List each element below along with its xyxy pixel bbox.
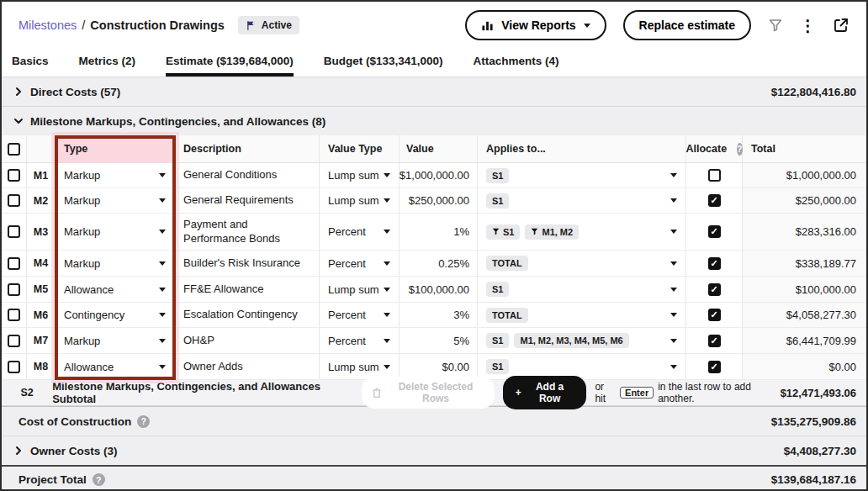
description-cell[interactable]: FF&E Allowance <box>175 277 320 302</box>
value-type-dropdown[interactable]: Lump sum <box>320 354 400 379</box>
tab-metrics[interactable]: Metrics (2) <box>79 49 136 77</box>
applies-to-dropdown[interactable]: S1 M1, M2 <box>478 214 686 250</box>
description-cell[interactable]: Owner Adds <box>175 354 320 379</box>
type-dropdown[interactable]: Markup <box>56 214 175 250</box>
type-dropdown[interactable]: Markup <box>56 251 175 276</box>
breadcrumb-milestones-link[interactable]: Milestones <box>19 18 77 32</box>
type-dropdown[interactable]: Allowance <box>56 277 175 302</box>
value-cell[interactable]: $1,000,000.00 <box>400 163 478 187</box>
row-checkbox[interactable] <box>8 283 20 296</box>
chevron-down-icon <box>384 365 390 369</box>
value-type-dropdown[interactable]: Lump sum <box>320 188 400 213</box>
allocate-checkbox[interactable] <box>708 335 721 347</box>
allocate-checkbox[interactable] <box>708 225 721 238</box>
cost-of-construction-help-icon[interactable]: ? <box>137 415 150 428</box>
description-cell[interactable]: Escalation Contingency <box>175 303 320 327</box>
tab-estimate[interactable]: Estimate ($139,684,000) <box>166 49 294 77</box>
value-cell[interactable]: 3% <box>400 303 478 327</box>
value-type-dropdown[interactable]: Percent <box>320 328 400 353</box>
header-value-type-label: Value Type <box>328 143 382 155</box>
description-cell[interactable]: General Conditions <box>175 163 320 187</box>
applies-to-dropdown[interactable]: S1 <box>478 354 686 379</box>
value-cell[interactable]: $100,000.00 <box>400 277 478 302</box>
share-button[interactable] <box>833 17 849 34</box>
applies-chip-label: TOTAL <box>492 258 522 268</box>
header-total-label: Total <box>751 143 775 155</box>
applies-to-dropdown[interactable]: S1 <box>478 163 686 187</box>
value-type-dropdown[interactable]: Percent <box>320 303 400 327</box>
tab-bar: Basics Metrics (2) Estimate ($139,684,00… <box>2 49 866 77</box>
kebab-menu-button[interactable]: ⋮ <box>800 18 816 34</box>
applies-to-dropdown[interactable]: S1 <box>478 277 686 302</box>
status-badge-label: Active <box>262 19 292 31</box>
value-cell[interactable]: 0.25% <box>400 251 478 276</box>
section-direct-costs[interactable]: Direct Costs (57) $122,804,416.80 <box>2 77 866 106</box>
type-dropdown[interactable]: Allowance <box>56 354 175 379</box>
applies-chip-label: S1 <box>492 196 503 206</box>
applies-chip-label: M1, M2, M3, M4, M5, M6 <box>520 335 622 346</box>
estimate-screen: Milestones / Construction Drawings Activ… <box>0 0 868 491</box>
allocate-checkbox[interactable] <box>708 309 721 321</box>
allocate-checkbox[interactable] <box>708 361 721 373</box>
row-checkbox[interactable] <box>8 309 20 321</box>
type-dropdown[interactable]: Contingency <box>56 303 175 327</box>
row-select-cell <box>2 277 27 302</box>
description-cell[interactable]: Payment and Performance Bonds <box>175 214 320 250</box>
section-markups[interactable]: Milestone Markups, Contingencies, and Al… <box>2 106 866 135</box>
value-cell[interactable]: $250,000.00 <box>400 188 478 213</box>
row-checkbox[interactable] <box>8 361 20 373</box>
type-dropdown[interactable]: Markup <box>56 328 175 353</box>
row-checkbox[interactable] <box>8 194 20 207</box>
value-type-dropdown[interactable]: Lump sum <box>320 277 400 302</box>
applies-to-dropdown[interactable]: S1 <box>478 188 686 213</box>
value-type-dropdown[interactable]: Percent <box>320 214 400 250</box>
chevron-down-icon <box>159 365 166 369</box>
value-cell[interactable]: $0.00 <box>400 354 478 379</box>
value-type-dropdown[interactable]: Percent <box>320 251 400 276</box>
chevron-down-icon <box>384 288 390 292</box>
section-owner-costs[interactable]: Owner Costs (3) $4,408,277.30 <box>2 436 866 465</box>
description-cell[interactable]: Builder's Risk Insurance <box>175 251 320 276</box>
view-reports-button[interactable]: View Reports <box>465 10 606 40</box>
total-cell: $283,316.00 <box>743 214 866 250</box>
header-cell-value: Value <box>400 135 478 162</box>
header-cell-type: Type <box>56 135 175 162</box>
allocate-help-icon[interactable]: ? <box>737 143 742 156</box>
allocate-checkbox[interactable] <box>708 257 721 270</box>
add-a-row-button[interactable]: + Add a Row <box>503 376 587 409</box>
row-checkbox[interactable] <box>8 169 20 182</box>
table-row: M4 Markup Builder's Risk Insurance Perce… <box>2 251 866 277</box>
applies-to-dropdown[interactable]: S1 M1, M2, M3, M4, M5, M6 <box>478 328 686 353</box>
value-cell[interactable]: 5% <box>400 328 478 353</box>
applies-to-dropdown[interactable]: TOTAL <box>478 251 686 276</box>
value-cell[interactable]: 1% <box>400 214 478 250</box>
select-all-checkbox[interactable] <box>8 143 20 156</box>
filter-button[interactable] <box>768 18 783 33</box>
row-checkbox[interactable] <box>8 225 20 238</box>
value-type-value: Lump sum <box>328 361 379 373</box>
row-checkbox[interactable] <box>8 335 20 347</box>
type-dropdown[interactable]: Markup <box>56 188 175 213</box>
row-checkbox[interactable] <box>8 257 20 270</box>
tab-attachments[interactable]: Attachments (4) <box>474 49 559 77</box>
top-bar: Milestones / Construction Drawings Activ… <box>2 2 866 49</box>
project-total-help-icon[interactable]: ? <box>93 473 105 486</box>
applies-to-dropdown[interactable]: TOTAL <box>478 303 686 327</box>
delete-selected-rows-button[interactable]: Delete Selected Rows <box>362 377 495 409</box>
value-type-value: Lump sum <box>328 194 379 207</box>
chevron-down-icon <box>159 198 166 203</box>
value-type-dropdown[interactable]: Lump sum <box>320 163 400 187</box>
allocate-checkbox[interactable] <box>708 169 721 182</box>
chevron-down-icon <box>670 288 677 292</box>
tab-basics[interactable]: Basics <box>12 49 49 77</box>
allocate-checkbox[interactable] <box>708 283 721 296</box>
chevron-down-icon <box>159 173 166 177</box>
replace-estimate-button[interactable]: Replace estimate <box>623 10 751 40</box>
allocate-checkbox[interactable] <box>708 194 721 207</box>
description-cell[interactable]: OH&P <box>175 328 320 353</box>
type-dropdown[interactable]: Markup <box>56 163 175 187</box>
tab-budget[interactable]: Budget ($133,341,000) <box>324 49 443 77</box>
description-cell[interactable]: General Requirements <box>175 188 320 213</box>
filter-icon <box>492 228 500 235</box>
table-header: Type Description Value Type Value Applie… <box>2 135 866 163</box>
